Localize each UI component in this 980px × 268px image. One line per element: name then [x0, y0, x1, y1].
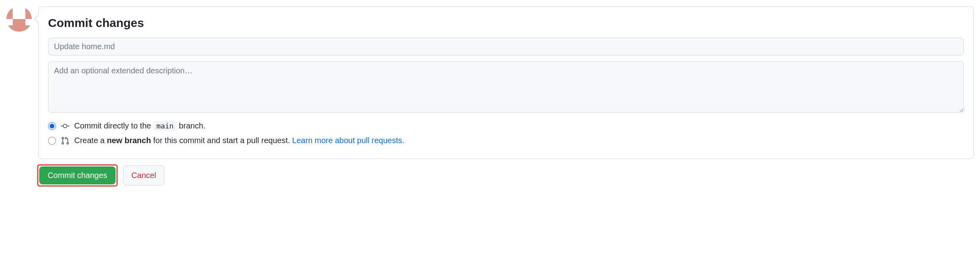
- panel-title: Commit changes: [48, 16, 964, 30]
- radio-new-branch-input[interactable]: [48, 137, 56, 145]
- commit-button-highlight: Commit changes: [38, 165, 117, 186]
- git-commit-icon: [61, 122, 69, 130]
- learn-more-link[interactable]: Learn more about pull requests.: [292, 136, 404, 145]
- commit-panel: Commit changes Commit directly to the ma…: [38, 6, 974, 159]
- commit-changes-button[interactable]: Commit changes: [39, 167, 116, 184]
- radio-commit-direct-input[interactable]: [48, 122, 56, 130]
- cancel-button[interactable]: Cancel: [123, 165, 164, 186]
- radio-commit-direct[interactable]: Commit directly to the main branch.: [48, 121, 964, 130]
- actions-bar: Commit changes Cancel: [38, 165, 974, 186]
- commit-summary-input[interactable]: [48, 38, 964, 56]
- avatar: [6, 6, 32, 32]
- git-pull-request-icon: [61, 136, 69, 145]
- radio-new-branch-label: Create a new branch for this commit and …: [74, 136, 404, 145]
- radio-direct-label: Commit directly to the main branch.: [74, 121, 206, 130]
- commit-description-textarea[interactable]: [48, 61, 964, 113]
- branch-name: main: [153, 121, 177, 131]
- radio-new-branch[interactable]: Create a new branch for this commit and …: [48, 136, 964, 145]
